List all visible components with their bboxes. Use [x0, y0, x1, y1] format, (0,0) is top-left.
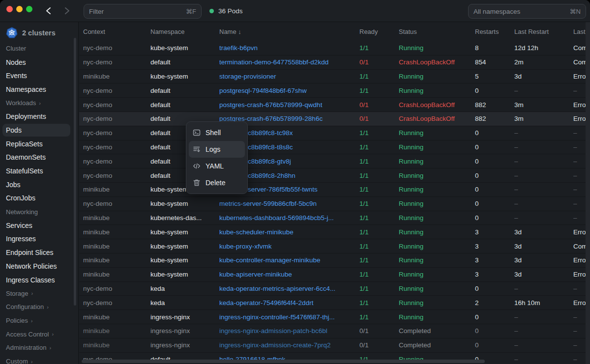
column-header-context[interactable]: Context	[83, 28, 150, 35]
table-row[interactable]: minikubekube-systemkube-scheduler-miniku…	[79, 225, 590, 239]
pod-name-link[interactable]: termination-demo-6477558bbf-d2kdd	[219, 58, 359, 66]
namespace-selector[interactable]: All namespaces ⌘N	[468, 4, 586, 19]
menu-item-yaml[interactable]: YAML	[189, 158, 245, 174]
sidebar-scrollbar[interactable]	[74, 38, 76, 306]
sidebar-section-policies[interactable]: Policies›	[0, 314, 78, 328]
sidebar-item-cronjobs[interactable]: CronJobs	[0, 192, 78, 205]
pod-name-link[interactable]: traefik-b6pvn	[219, 44, 359, 52]
table-row[interactable]: nyc-demodefaultpostgres-crash-676b578999…	[79, 98, 590, 112]
pod-name-link[interactable]: keda-operator-75496f64f4-2ddrt	[219, 299, 359, 307]
sidebar-item-label: Endpoint Slices	[6, 249, 54, 256]
menu-item-logs[interactable]: Logs	[189, 141, 245, 158]
column-header-status[interactable]: Status	[399, 28, 475, 35]
pod-name-link[interactable]: keda-operator-metrics-apiserver-6cc4...	[219, 285, 359, 292]
table-row[interactable]: minikubekube-systemkube-controller-manag…	[79, 253, 590, 268]
table-row[interactable]: minikubekube-systemkube-apiserver-miniku…	[79, 268, 590, 282]
sidebar-item-network-policies[interactable]: Network Policies	[0, 259, 78, 273]
sidebar-item-nodes[interactable]: Nodes	[0, 56, 78, 69]
cell-last-restart: 3d	[514, 228, 573, 236]
sidebar-section-custom[interactable]: Custom›	[0, 355, 78, 364]
pod-name-link[interactable]: ingress-nginx-admission-patch-bc6bl	[219, 327, 359, 335]
pod-name-link[interactable]: storage-provisioner	[219, 73, 359, 80]
cell-namespace: kube-system	[150, 271, 219, 278]
sidebar-item-ingress-classes[interactable]: Ingress Classes	[0, 273, 78, 287]
pod-name-link[interactable]: kubernetes-dashboard-569894bcb5-j...	[219, 214, 359, 222]
table-row[interactable]: nyc-demodefaultc8b89fc8-t8s8c1/1Running0…	[79, 140, 590, 155]
sidebar-item-daemonsets[interactable]: DaemonSets	[0, 151, 78, 165]
chevron-right-icon: ›	[31, 359, 33, 364]
cell-restarts: 882	[475, 101, 514, 109]
table-row[interactable]: nyc-demodefaultc8b89fc8-gtv8j1/1Running0…	[79, 154, 590, 168]
table-row[interactable]: nyc-demodefaultpostgresql-794f848b6f-67s…	[79, 84, 590, 98]
back-button[interactable]	[42, 5, 54, 17]
menu-item-shell[interactable]: Shell	[189, 124, 245, 141]
table-row[interactable]: minikubekube-systemkube-proxy-xfvmk1/1Ru…	[79, 239, 590, 253]
sidebar-item-pods[interactable]: Pods	[0, 123, 78, 137]
table-row[interactable]: nyc-demodefaultc8b89fc8-tc98x1/1Running0…	[79, 126, 590, 140]
sidebar-item-jobs[interactable]: Jobs	[0, 178, 78, 192]
pod-name-link[interactable]: postgresql-794f848b6f-67shw	[219, 87, 359, 94]
pod-name-link[interactable]: ingress-nginx-admission-create-7prq2	[219, 341, 359, 349]
pod-name-link[interactable]: kube-scheduler-minikube	[219, 228, 359, 236]
menu-item-delete[interactable]: Delete	[189, 174, 245, 191]
table-row[interactable]: nyc-demokube-systemmetrics-server-599b86…	[79, 197, 590, 211]
cell-restarts: 0	[475, 327, 514, 335]
sidebar-item-statefulsets[interactable]: StatefulSets	[0, 164, 78, 178]
table-row[interactable]: minikubeingress-nginxingress-nginx-admis…	[79, 324, 590, 338]
vertical-scrollbar[interactable]	[586, 22, 590, 364]
cell-ready: 0/1	[359, 327, 399, 335]
sidebar-section-workloads[interactable]: Workloads›	[0, 96, 78, 110]
table-row[interactable]: nyc-demodefaulttermination-demo-6477558b…	[79, 56, 590, 70]
cell-context: nyc-demo	[83, 44, 150, 52]
sidebar-section-storage[interactable]: Storage›	[0, 286, 78, 300]
close-window-button[interactable]	[6, 6, 13, 12]
sidebar-item-label: Policies	[6, 317, 28, 324]
clusters-switcher[interactable]: 2 clusters	[0, 22, 78, 42]
sidebar-item-label: Pods	[6, 126, 22, 134]
column-header-restarts[interactable]: Restarts	[475, 28, 514, 35]
pod-name-link[interactable]: ingress-nginx-controller-f5476f687-thj..…	[219, 313, 359, 321]
maximize-window-button[interactable]	[26, 6, 32, 12]
sidebar-item-endpoint-slices[interactable]: Endpoint Slices	[0, 246, 78, 259]
sidebar-section-cluster[interactable]: Cluster	[0, 42, 78, 56]
table-row[interactable]: nyc-demodefaultpostgres-crash-676b578999…	[79, 112, 590, 126]
sidebar-item-services[interactable]: Services	[0, 219, 78, 232]
table-row[interactable]: nyc-demokedakeda-operator-75496f64f4-2dd…	[79, 296, 590, 310]
minimize-window-button[interactable]	[16, 6, 23, 12]
sidebar-section-access-control[interactable]: Access Control›	[0, 327, 78, 341]
pod-name-link[interactable]: kube-apiserver-minikube	[219, 271, 359, 278]
sidebar-item-namespaces[interactable]: Namespaces	[0, 83, 78, 96]
column-header-ready[interactable]: Ready	[359, 28, 399, 35]
forward-button[interactable]	[61, 5, 73, 17]
sidebar-item-events[interactable]: Events	[0, 69, 78, 83]
table-row[interactable]: nyc-demokedakeda-operator-metrics-apiser…	[79, 282, 590, 296]
sidebar-section-configuration[interactable]: Configuration›	[0, 300, 78, 314]
pod-name-link[interactable]: postgres-crash-676b578999-qwdht	[219, 101, 359, 109]
column-header-last-restart[interactable]: Last Restart	[514, 28, 573, 35]
column-header-namespace[interactable]: Namespace	[150, 28, 219, 35]
cell-ready: 0/1	[359, 115, 399, 122]
sidebar-section-networking[interactable]: Networking	[0, 205, 78, 219]
filter-input[interactable]: Filter ⌘F	[84, 4, 202, 19]
pod-name-link[interactable]: kube-controller-manager-minikube	[219, 256, 359, 264]
sidebar: 2 clusters ClusterNodesEventsNamespacesW…	[0, 22, 79, 364]
table-row[interactable]: nyc-demodefaultc8b89fc8-2h8hn1/1Running0…	[79, 168, 590, 183]
table-row[interactable]: minikubekube-systemstorage-provisioner1/…	[79, 70, 590, 84]
horizontal-scrollbar[interactable]	[82, 360, 485, 363]
table-row[interactable]: minikubeingress-nginxingress-nginx-contr…	[79, 310, 590, 324]
menu-item-label: YAML	[206, 162, 224, 170]
pod-name-link[interactable]: kube-proxy-xfvmk	[219, 243, 359, 250]
sidebar-section-administration[interactable]: Administration›	[0, 341, 78, 355]
sidebar-item-label: Ingress Classes	[6, 276, 55, 284]
table-row[interactable]: minikubeingress-nginxingress-nginx-admis…	[79, 338, 590, 353]
table-row[interactable]: minikubekubernetes-das...kubernetes-dash…	[79, 211, 590, 225]
pod-name-link[interactable]: metrics-server-599b86cfbf-5bc9n	[219, 200, 359, 207]
sidebar-item-ingresses[interactable]: Ingresses	[0, 232, 78, 246]
table-row[interactable]: minikubekube-systemserver-786f5fb55f-twn…	[79, 183, 590, 197]
cell-restarts: 0	[475, 87, 514, 94]
table-row[interactable]: nyc-demokube-systemtraefik-b6pvn1/1Runni…	[79, 41, 590, 56]
sidebar-item-replicasets[interactable]: ReplicaSets	[0, 137, 78, 151]
column-header-name[interactable]: Name ↓	[219, 28, 359, 35]
table-body: nyc-demokube-systemtraefik-b6pvn1/1Runni…	[79, 41, 590, 364]
sidebar-item-deployments[interactable]: Deployments	[0, 110, 78, 123]
